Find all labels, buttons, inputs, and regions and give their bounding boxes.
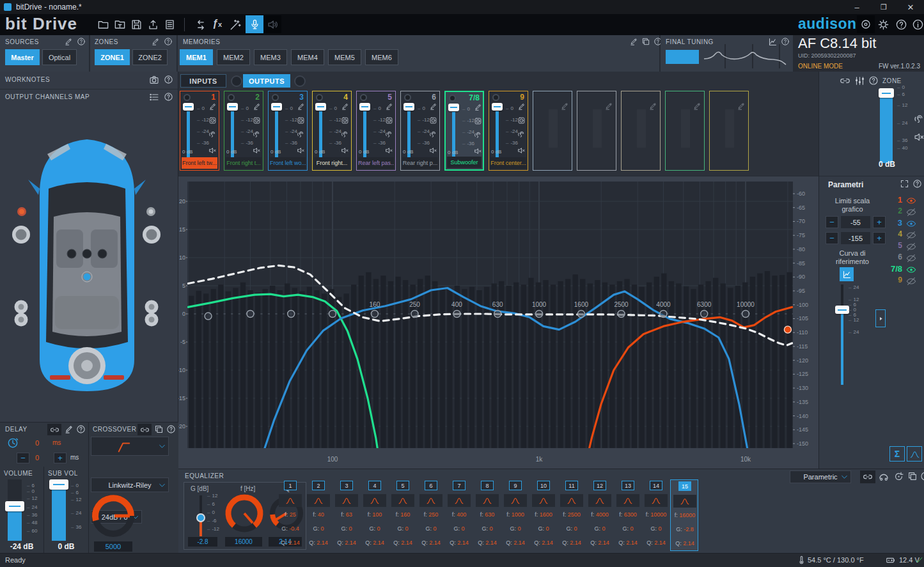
strip-fader-handle[interactable] — [183, 103, 194, 111]
strip-speaker-icon[interactable] — [297, 116, 305, 125]
eq-band-6[interactable]: 6f: 250G: 0Q: 2.14 — [417, 479, 445, 551]
curve-visibility-row-9[interactable]: 9 — [881, 275, 921, 286]
strip-fader-handle[interactable] — [315, 103, 326, 111]
worknotes-camera-icon[interactable] — [149, 75, 159, 85]
strip-speaker-icon[interactable] — [517, 116, 526, 125]
panel-expand-button[interactable] — [875, 309, 886, 327]
curve-visibility-off-icon[interactable] — [906, 242, 916, 252]
strip-listen-icon[interactable] — [208, 130, 217, 139]
reference-curve-button[interactable] — [840, 267, 854, 281]
front-left-woofer-marker[interactable] — [12, 226, 30, 244]
reference-gain-handle[interactable] — [835, 306, 849, 314]
subwoofer-marker[interactable] — [68, 347, 106, 384]
crossover-copy-icon[interactable] — [154, 424, 164, 434]
crossover-frequency-knob[interactable] — [89, 492, 137, 540]
strip-edit-icon[interactable] — [648, 102, 657, 111]
eq-band-15[interactable]: 15f: 16000G: -2.8Q: 2.14 — [670, 479, 698, 551]
zone-fader[interactable]: 0612243640 — [877, 87, 921, 167]
eq-handle-160[interactable] — [371, 311, 378, 318]
strip-speaker-icon[interactable] — [385, 116, 393, 125]
memory-button-mem1[interactable]: MEM1 — [180, 49, 213, 65]
source-button-master[interactable]: Master — [5, 49, 40, 65]
zone-button-zone1[interactable]: ZONE1 — [95, 49, 130, 65]
strip-mute-icon[interactable] — [341, 146, 349, 155]
eq-handle-1000[interactable] — [536, 311, 543, 318]
curve-visibility-row-5[interactable]: 5 — [881, 240, 921, 252]
strip-mute-icon[interactable] — [253, 146, 261, 155]
strip-edit-icon[interactable] — [385, 102, 393, 111]
curve-visibility-off-icon[interactable] — [906, 276, 916, 286]
eq-handle-25[interactable] — [205, 313, 212, 320]
magic-wand-icon[interactable] — [229, 19, 242, 31]
memory-button-mem3[interactable]: MEM3 — [254, 49, 287, 65]
memories-copy-icon[interactable] — [641, 37, 650, 46]
open-file-icon[interactable] — [97, 19, 109, 31]
strip-fader-handle[interactable] — [359, 103, 370, 111]
eq-mode-dropdown[interactable]: Parametric — [790, 470, 851, 483]
strip-status-led[interactable] — [316, 94, 323, 101]
memory-button-mem5[interactable]: MEM5 — [328, 49, 361, 65]
curve-visibility-on-icon[interactable] — [906, 219, 916, 229]
strip-mute-icon[interactable] — [297, 146, 305, 155]
strip-listen-icon[interactable] — [297, 130, 305, 139]
eq-band-4[interactable]: 4f: 100G: 0Q: 2.14 — [361, 479, 389, 551]
car-map[interactable] — [0, 104, 178, 422]
band-number[interactable]: 10 — [537, 481, 550, 490]
strip-listen-icon[interactable] — [341, 130, 349, 139]
subvol-fader[interactable]: 06122436 — [49, 479, 86, 541]
strip-status-led[interactable] — [360, 94, 367, 101]
strip-channel-label[interactable]: Front left wo... — [270, 157, 306, 169]
eq-band-7[interactable]: 7f: 400G: 0Q: 2.14 — [445, 479, 473, 551]
strip-fader-handle[interactable] — [271, 103, 282, 111]
eq-handle-630[interactable] — [494, 311, 501, 318]
strip-speaker-icon[interactable] — [429, 116, 437, 125]
sources-edit-icon[interactable] — [64, 37, 73, 46]
strip-edit-icon[interactable] — [297, 102, 305, 111]
limit-low-minus-button[interactable]: − — [826, 232, 838, 244]
filter-shape-dropdown[interactable] — [91, 437, 169, 456]
zone-listen-ear-icon[interactable] — [914, 114, 924, 125]
channel-strip-1[interactable]: 10-12-24-360 dBFront left tw... — [180, 91, 219, 171]
eq-curve-points-icon[interactable] — [878, 471, 889, 483]
band-number[interactable]: 1 — [284, 481, 297, 490]
strip-fader-handle[interactable] — [227, 103, 238, 111]
strip-status-led[interactable] — [272, 94, 279, 101]
curve-visibility-on-icon[interactable] — [906, 196, 916, 206]
curve-visibility-row-4[interactable]: 4 — [881, 229, 921, 240]
tab-outputs[interactable]: OUTPUTS — [243, 74, 290, 88]
export-icon[interactable] — [147, 19, 159, 31]
channel-strip-empty-2[interactable] — [577, 91, 616, 171]
settings-gear-icon[interactable] — [877, 19, 889, 31]
strip-channel-label[interactable]: Front left tw... — [182, 157, 217, 169]
limit-low-value[interactable]: -155 — [841, 232, 870, 244]
strip-edit-icon[interactable] — [253, 102, 261, 111]
final-tuning-curve-preview[interactable] — [703, 43, 789, 70]
strip-edit-icon[interactable] — [560, 102, 569, 111]
band-number[interactable]: 15 — [678, 481, 691, 491]
delay-help-icon[interactable] — [76, 424, 86, 434]
close-button[interactable]: ✕ — [897, 3, 924, 12]
eq-band-8[interactable]: 8f: 630G: 0Q: 2.14 — [473, 479, 501, 551]
strip-channel-label[interactable]: Rear left pas... — [358, 157, 394, 169]
save-icon[interactable] — [130, 19, 143, 31]
curve-visibility-row-7-8[interactable]: 7/8 — [881, 263, 921, 275]
zones-help-icon[interactable] — [164, 37, 173, 46]
delay-edit-icon[interactable] — [64, 424, 74, 434]
band-shape-button[interactable] — [391, 494, 414, 507]
channel-strip-7-8[interactable]: 7/80-12-24-360 dBSubwoofer — [444, 91, 484, 171]
zone-link-icon[interactable] — [840, 75, 850, 86]
channel-strip-9[interactable]: 90-12-24-360 dBFront center... — [489, 91, 528, 171]
strip-edit-icon[interactable] — [737, 102, 746, 111]
band-shape-button[interactable] — [448, 494, 471, 507]
sources-help-icon[interactable] — [77, 37, 86, 46]
inputs-toggle-knob[interactable] — [231, 75, 242, 87]
delay-link-button[interactable] — [47, 424, 61, 435]
eq-handle-4000[interactable] — [660, 311, 667, 318]
eq-band-11[interactable]: 11f: 2500G: 0Q: 2.14 — [558, 479, 586, 551]
eq-handle-1600[interactable] — [577, 311, 584, 318]
channel-strip-empty-4[interactable] — [665, 91, 705, 171]
eq-band-12[interactable]: 12f: 4000G: 0Q: 2.14 — [586, 479, 614, 551]
crossover-help-icon[interactable] — [166, 424, 176, 434]
strip-speaker-icon[interactable] — [208, 116, 217, 125]
eq-help-icon[interactable] — [920, 471, 924, 481]
